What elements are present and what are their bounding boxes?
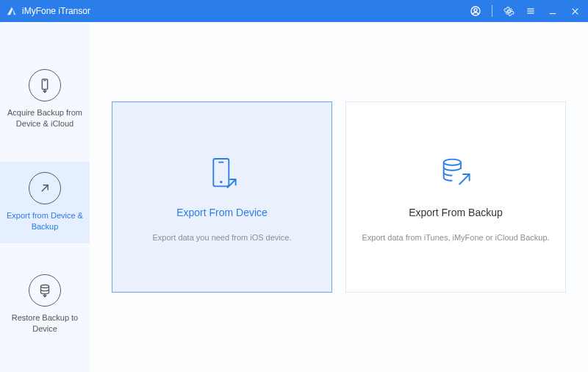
app-title: iMyFone iTransor — [22, 6, 90, 16]
svg-line-19 — [459, 174, 470, 185]
gear-icon[interactable] — [503, 5, 514, 17]
titlebar-right — [470, 5, 581, 17]
svg-point-1 — [474, 9, 477, 12]
svg-point-2 — [507, 10, 509, 12]
card-desc: Export data you need from iOS device. — [140, 233, 305, 242]
main-content: Export From Device Export data you need … — [90, 22, 588, 372]
export-arrow-icon — [29, 172, 61, 204]
card-desc: Export data from iTunes, iMyFone or iClo… — [348, 233, 562, 242]
phone-download-icon — [29, 69, 61, 101]
minimize-icon[interactable] — [547, 5, 559, 17]
sidebar: Acquire Backup from Device & iCloud Expo… — [0, 22, 90, 372]
sidebar-item-restore[interactable]: Restore Backup to Device — [0, 264, 90, 346]
sidebar-item-acquire-backup[interactable]: Acquire Backup from Device & iCloud — [0, 59, 90, 141]
svg-point-18 — [444, 160, 461, 165]
card-title: Export From Device — [176, 207, 268, 218]
titlebar-separator — [492, 5, 492, 17]
sidebar-spacer — [0, 141, 90, 162]
sidebar-item-label: Export from Device & Backup — [4, 210, 85, 232]
account-icon[interactable] — [470, 5, 481, 17]
card-title: Export From Backup — [409, 207, 503, 218]
database-restore-icon — [29, 274, 61, 307]
sidebar-spacer — [0, 243, 90, 264]
svg-point-16 — [220, 181, 222, 183]
titlebar: iMyFone iTransor — [0, 0, 588, 22]
sidebar-item-label: Restore Backup to Device — [4, 312, 85, 335]
sidebar-item-export[interactable]: Export from Device & Backup — [0, 162, 90, 244]
phone-export-icon — [200, 152, 244, 196]
close-icon[interactable] — [569, 5, 581, 17]
titlebar-left: iMyFone iTransor — [6, 5, 90, 17]
menu-icon[interactable] — [525, 5, 537, 17]
card-export-from-device[interactable]: Export From Device Export data you need … — [112, 101, 332, 293]
app-logo-icon — [6, 5, 18, 17]
card-export-from-backup[interactable]: Export From Backup Export data from iTun… — [345, 101, 566, 293]
svg-point-13 — [41, 285, 49, 288]
svg-line-12 — [42, 185, 48, 191]
database-export-icon — [434, 152, 478, 196]
sidebar-item-label: Acquire Backup from Device & iCloud — [4, 107, 85, 129]
app-body: Acquire Backup from Device & iCloud Expo… — [0, 22, 588, 372]
